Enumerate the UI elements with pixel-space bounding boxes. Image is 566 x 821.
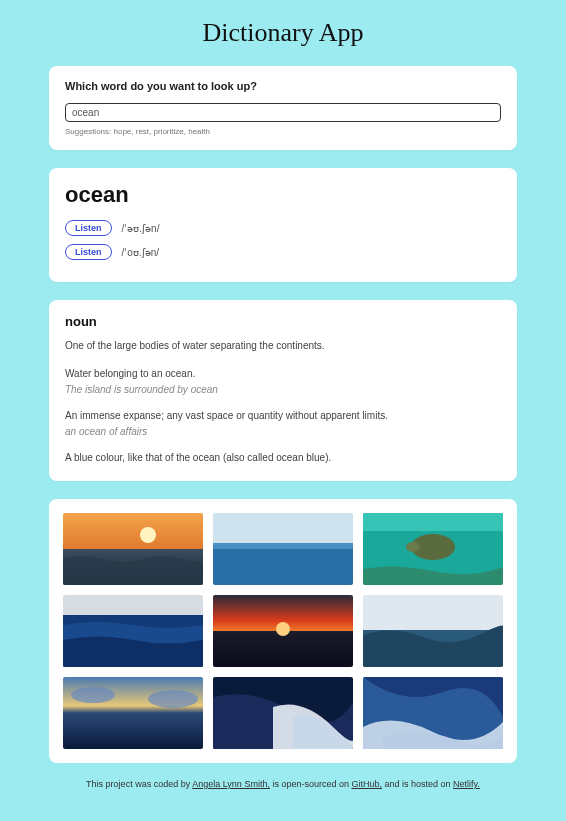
footer-host-link[interactable]: Netlify. — [453, 779, 480, 789]
gallery-image — [213, 595, 353, 667]
svg-point-17 — [148, 690, 198, 708]
gallery-image — [363, 513, 503, 585]
search-prompt: Which word do you want to look up? — [65, 80, 501, 92]
footer-github-link[interactable]: GitHub, — [351, 779, 382, 789]
gallery-image — [363, 677, 503, 749]
app-title: Dictionary App — [49, 18, 517, 48]
footer: This project was coded by Angela Lynn Sm… — [49, 779, 517, 789]
definition-text: A blue colour, like that of the ocean (a… — [65, 451, 501, 465]
listen-button[interactable]: Listen — [65, 244, 112, 260]
definition-example: an ocean of affairs — [65, 426, 501, 437]
svg-rect-6 — [363, 513, 503, 531]
gallery-image — [63, 513, 203, 585]
svg-point-1 — [140, 527, 156, 543]
word-card: ocean Listen /ˈəʊ.ʃən/ Listen /ˈoʊ.ʃən/ — [49, 168, 517, 282]
gallery-image — [213, 677, 353, 749]
gallery-image — [363, 595, 503, 667]
listen-button[interactable]: Listen — [65, 220, 112, 236]
svg-point-16 — [71, 687, 115, 703]
image-gallery — [49, 499, 517, 763]
svg-rect-3 — [213, 543, 353, 585]
search-input[interactable] — [65, 103, 501, 122]
svg-rect-13 — [363, 595, 503, 630]
svg-rect-9 — [63, 595, 203, 615]
gallery-image — [63, 677, 203, 749]
gallery-image — [213, 513, 353, 585]
definition-text: One of the large bodies of water separat… — [65, 339, 501, 353]
phonetic-row: Listen /ˈəʊ.ʃən/ — [65, 220, 501, 236]
definition-text: An immense expanse; any vast space or qu… — [65, 409, 501, 423]
svg-rect-2 — [213, 513, 353, 543]
search-card: Which word do you want to look up? Sugge… — [49, 66, 517, 150]
gallery-image — [63, 595, 203, 667]
footer-text: This project was coded by — [86, 779, 192, 789]
footer-text: and is hosted on — [382, 779, 453, 789]
definition-text: Water belonging to an ocean. — [65, 367, 501, 381]
footer-text: is open-sourced on — [270, 779, 352, 789]
svg-point-8 — [406, 542, 420, 552]
footer-author-link[interactable]: Angela Lynn Smith, — [192, 779, 270, 789]
meanings-card: noun One of the large bodies of water se… — [49, 300, 517, 481]
definition-example: The island is surrounded by ocean — [65, 384, 501, 395]
phonetic-text: /ˈəʊ.ʃən/ — [122, 223, 160, 234]
phonetic-row: Listen /ˈoʊ.ʃən/ — [65, 244, 501, 260]
svg-point-12 — [276, 622, 290, 636]
part-of-speech: noun — [65, 314, 501, 329]
svg-rect-4 — [213, 543, 353, 549]
result-word: ocean — [65, 182, 501, 208]
phonetic-text: /ˈoʊ.ʃən/ — [122, 247, 159, 258]
search-suggestions: Suggestions: hope, rest, prioritize, hea… — [65, 127, 501, 136]
